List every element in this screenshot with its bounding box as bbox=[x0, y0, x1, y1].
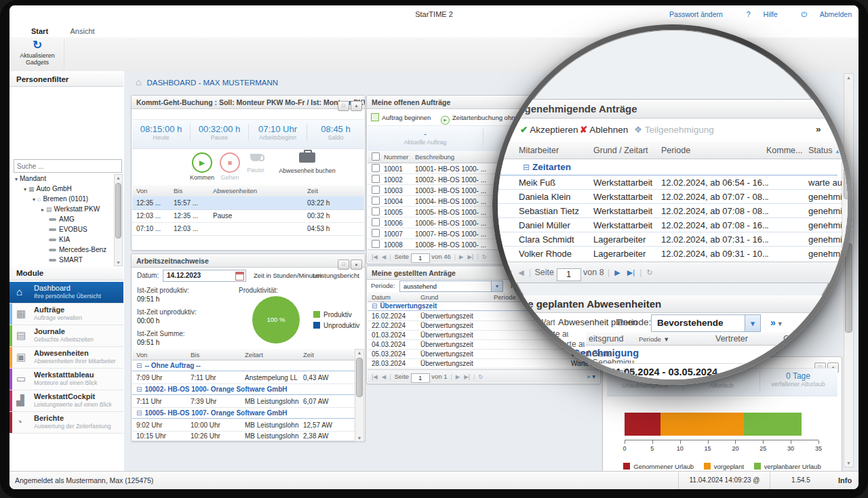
table-row[interactable]: 28.03.2024ÜberwertungszeitWarte auf Gene… bbox=[368, 358, 599, 369]
tab-ansicht[interactable]: Ansicht bbox=[61, 26, 104, 37]
auftrag-beginnen-button[interactable]: Auftrag beginnen bbox=[371, 114, 431, 121]
scroll-up-icon[interactable]: ▲ bbox=[844, 75, 853, 80]
column-header[interactable]: Periode ▼ bbox=[639, 334, 669, 344]
table-row[interactable]: Clara SchmidtLagerarbeiter12.02.2024, ab… bbox=[498, 232, 848, 247]
column-header[interactable]: Von bbox=[132, 187, 170, 194]
collapse-icon[interactable]: ▴ bbox=[351, 260, 362, 270]
maximize-icon[interactable]: □ bbox=[338, 101, 349, 111]
tree-item-kia[interactable]: KIA bbox=[49, 235, 70, 245]
overflow-icon[interactable]: » ▾ bbox=[770, 317, 782, 328]
caret-down-icon[interactable]: ▾ bbox=[33, 196, 35, 203]
gehen-button[interactable]: ■Gehen bbox=[217, 152, 243, 181]
table-row[interactable]: 7:09 Uhr7:11 UhrAnstempelung LL0,43 AW bbox=[132, 372, 356, 384]
tree-item-smart[interactable]: SMART bbox=[49, 255, 83, 265]
table-row[interactable]: 7:11 Uhr7:39 UhrMB Leistungslohn6,07 AW bbox=[132, 396, 356, 408]
change-password-link[interactable]: Passwort ändern bbox=[669, 10, 723, 18]
scrollbar-thumb[interactable] bbox=[356, 358, 363, 397]
leistungsbericht-link[interactable]: Leistungsbericht bbox=[313, 272, 359, 279]
group-row[interactable]: ⊟-- Ohne Auftrag -- bbox=[132, 360, 356, 371]
collapse-group-icon[interactable]: ⊟ bbox=[136, 386, 142, 393]
page-input[interactable]: 1 bbox=[411, 373, 430, 383]
refresh-gadgets-button[interactable]: ↻ Aktualisieren Gadgets bbox=[15, 39, 60, 70]
prev-page-icon[interactable]: ◀ bbox=[382, 373, 387, 380]
tree-item-mandant[interactable]: ▾Mandant bbox=[15, 174, 46, 184]
scrollbar-thumb[interactable] bbox=[845, 243, 852, 333]
chevron-down-icon[interactable]: ▾ bbox=[745, 315, 760, 331]
overflow-icon[interactable]: » ▾ bbox=[587, 370, 595, 383]
column-header[interactable]: Zeit bbox=[303, 187, 364, 194]
group-row[interactable]: ⊟Zeitarten bbox=[498, 159, 837, 175]
caret-down-icon[interactable]: ▾ bbox=[24, 186, 26, 192]
scroll-up-icon[interactable]: ▲ bbox=[115, 175, 122, 180]
column-header[interactable]: Komme... bbox=[766, 146, 808, 155]
table-row[interactable]: Sebastian TietzWerkstattarbeit12.02.2024… bbox=[498, 204, 848, 218]
scroll-down-icon[interactable]: ▼ bbox=[844, 461, 853, 465]
select-all-checkbox[interactable] bbox=[368, 152, 384, 162]
collapse-group-icon[interactable]: ⊟ bbox=[372, 302, 377, 310]
maximize-icon[interactable]: □ bbox=[338, 260, 349, 270]
column-header[interactable]: Abwesenheiten bbox=[209, 187, 303, 194]
panel-scrollbar[interactable]: ▲ ▼ bbox=[355, 349, 364, 442]
next-page-icon[interactable]: ▶ bbox=[614, 268, 620, 276]
next-page-icon[interactable]: ▶ bbox=[456, 373, 460, 380]
main-scrollbar[interactable]: ▲ ▼ bbox=[844, 73, 854, 468]
prev-page-icon[interactable]: ◀ bbox=[518, 268, 524, 276]
scroll-up-icon[interactable]: ▲ bbox=[355, 350, 363, 355]
scroll-down-icon[interactable]: ▼ bbox=[115, 260, 122, 265]
search-input[interactable] bbox=[14, 159, 122, 173]
column-header[interactable]: Von bbox=[132, 351, 186, 358]
logout-link[interactable]: ⏻ Abmelden bbox=[790, 10, 852, 18]
tree-item-mercedes[interactable]: Mercedes-Benz bbox=[49, 245, 106, 255]
collapse-group-icon[interactable]: ⊟ bbox=[136, 409, 142, 417]
table-row[interactable]: Daniel MüllerWerkstattarbeit12.02.2024, … bbox=[498, 218, 848, 232]
column-header[interactable]: Mitarbeiter bbox=[519, 146, 593, 155]
table-row[interactable]: 05.03.2024ÜberwertungszeitWarte auf Gene… bbox=[368, 349, 599, 359]
periode-dropdown[interactable]: ausstehend▾ bbox=[399, 281, 503, 292]
einheit-link[interactable]: Zeit in Stunden/Minuten bbox=[254, 272, 321, 279]
refresh-icon[interactable]: ↻ bbox=[646, 268, 652, 276]
column-header[interactable]: eitsgrund bbox=[589, 334, 623, 344]
chevron-down-icon[interactable]: ▾ bbox=[491, 281, 502, 291]
tree-item-bremen[interactable]: ▾⌂Bremen (0101) bbox=[33, 194, 88, 204]
sidebar-item-werkstatttableau[interactable]: ▭ Werkstatttableau Monteure auf einen Bl… bbox=[9, 369, 123, 390]
tab-start[interactable]: Start bbox=[22, 26, 58, 37]
table-row[interactable]: 12:03 ...12:35 ...Pause00:32 h bbox=[132, 209, 364, 223]
column-header[interactable]: Grund / Zeitart bbox=[593, 146, 661, 155]
periode-dropdown[interactable]: Bevorstehende▾ bbox=[651, 314, 761, 332]
personenfilter-header[interactable]: Personenfilter bbox=[9, 72, 123, 87]
column-header[interactable]: Periode bbox=[661, 146, 766, 155]
scrollbar-thumb[interactable] bbox=[115, 183, 121, 238]
chevron-down-icon[interactable]: ▾ bbox=[778, 320, 782, 327]
tree-scrollbar[interactable]: ▲ ▼ bbox=[114, 174, 123, 266]
table-row[interactable]: 9:02 Uhr10:00 UhrMB Leistungslohn12,57 A… bbox=[132, 419, 356, 432]
scroll-down-icon[interactable]: ▼ bbox=[355, 436, 363, 440]
first-page-icon[interactable]: |◀ bbox=[372, 373, 378, 380]
page-input[interactable]: 1 bbox=[411, 253, 430, 263]
last-page-icon[interactable]: ▶| bbox=[627, 268, 635, 276]
datum-input[interactable]: 14.12.2023 bbox=[163, 270, 246, 282]
overflow-icon[interactable]: » bbox=[816, 124, 821, 134]
page-input[interactable]: 1 bbox=[557, 268, 581, 281]
calendar-icon[interactable] bbox=[235, 272, 244, 281]
help-link[interactable]: ? Hilfe bbox=[736, 10, 778, 18]
caret-down-icon[interactable]: ▾ bbox=[15, 176, 18, 182]
column-header[interactable]: Bis bbox=[186, 351, 241, 358]
info-button[interactable]: Info bbox=[838, 472, 852, 489]
table-row[interactable]: 10:15 Uhr10:26 UhrMB Leistungslohn2,38 A… bbox=[132, 431, 356, 441]
collapse-group-icon[interactable]: ⊟ bbox=[136, 362, 142, 369]
column-header[interactable]: Vertreter bbox=[715, 334, 748, 344]
group-row[interactable]: ⊟10005- HB-OS 1007- Orange Software GmbH bbox=[132, 408, 356, 419]
column-header[interactable]: Beschreibung bbox=[415, 153, 505, 161]
tree-item-auto-gmbh[interactable]: ▾▦Auto GmbH bbox=[24, 184, 72, 194]
first-page-icon[interactable]: |◀ bbox=[372, 253, 378, 260]
tree-item-amg[interactable]: AMG bbox=[49, 215, 75, 224]
kommen-button[interactable]: ▶Kommen bbox=[189, 152, 215, 181]
sidebar-item-dashboard[interactable]: ⌂ Dashboard Ihre persönliche Übersicht bbox=[9, 282, 123, 304]
column-header[interactable]: Status ▲ bbox=[808, 146, 848, 155]
last-page-icon[interactable]: ▶| bbox=[464, 373, 470, 380]
column-header[interactable]: Nummer bbox=[384, 153, 415, 161]
abwesenheit-buchen-button[interactable]: Abwesenheit buchen bbox=[270, 148, 344, 174]
akzeptieren-button[interactable]: ✔ Akzeptieren bbox=[520, 124, 578, 135]
next-page-icon[interactable]: ▶ bbox=[459, 253, 464, 260]
module-header[interactable]: Module bbox=[9, 266, 123, 281]
